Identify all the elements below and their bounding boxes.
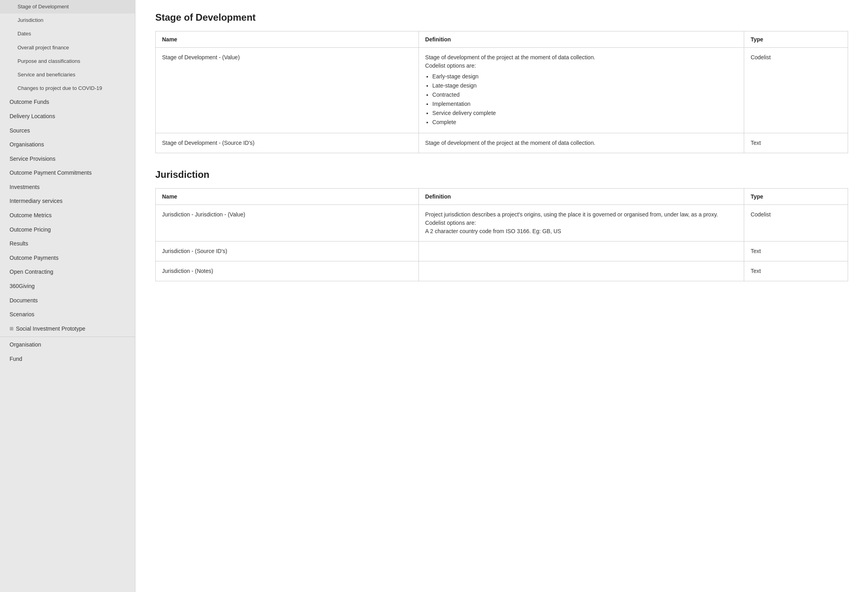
- cell-type: Codelist: [744, 205, 848, 241]
- sidebar-item-outcome-payments[interactable]: Outcome Payments: [0, 251, 135, 265]
- sidebar-item-delivery-locations[interactable]: Delivery Locations: [0, 109, 135, 124]
- sidebar-item-intermediary-services[interactable]: Intermediary services: [0, 194, 135, 208]
- sidebar-item-social-investment-prototype[interactable]: ⊞ Social Investment Prototype: [0, 322, 135, 336]
- cell-definition: [418, 261, 744, 281]
- list-item: Late-stage design: [432, 82, 737, 90]
- sidebar-item-fund[interactable]: Fund: [0, 352, 135, 366]
- sidebar-item-360giving[interactable]: 360Giving: [0, 279, 135, 294]
- sidebar-item-scenarios[interactable]: Scenarios: [0, 308, 135, 322]
- sidebar-item-results[interactable]: Results: [0, 237, 135, 251]
- list-item: Early-stage design: [432, 72, 737, 81]
- sidebar-item-dates[interactable]: Dates: [0, 27, 135, 41]
- stage-of-development-table: Name Definition Type Stage of Developmen…: [155, 31, 848, 153]
- sidebar-item-purpose-and-classifications[interactable]: Purpose and classifications: [0, 55, 135, 68]
- sidebar-item-outcome-metrics[interactable]: Outcome Metrics: [0, 208, 135, 223]
- col-header-type-2: Type: [744, 189, 848, 205]
- cell-name: Jurisdiction - Jurisdiction - (Value): [156, 205, 419, 241]
- section-title-stage: Stage of Development: [155, 12, 848, 23]
- sidebar-item-stage-of-development[interactable]: Stage of Development: [0, 0, 135, 14]
- sidebar-item-service-and-beneficiaries[interactable]: Service and beneficiaries: [0, 68, 135, 82]
- table-row: Jurisdiction - Jurisdiction - (Value) Pr…: [156, 205, 848, 241]
- cell-type: Codelist: [744, 48, 848, 133]
- codelist: Early-stage design Late-stage design Con…: [432, 72, 737, 127]
- cell-name: Jurisdiction - (Source ID's): [156, 241, 419, 261]
- sidebar-item-outcome-payment-commitments[interactable]: Outcome Payment Commitments: [0, 166, 135, 180]
- sidebar-item-service-provisions[interactable]: Service Provisions: [0, 152, 135, 166]
- sidebar-item-organisation[interactable]: Organisation: [0, 338, 135, 352]
- sidebar-item-documents[interactable]: Documents: [0, 294, 135, 308]
- table-row: Jurisdiction - (Notes) Text: [156, 261, 848, 281]
- col-header-name-1: Name: [156, 31, 419, 48]
- col-header-name-2: Name: [156, 189, 419, 205]
- list-item: Implementation: [432, 100, 737, 108]
- sidebar-item-sources[interactable]: Sources: [0, 124, 135, 138]
- main-content: Stage of Development Name Definition Typ…: [135, 0, 868, 592]
- sidebar-item-jurisdiction[interactable]: Jurisdiction: [0, 14, 135, 27]
- sidebar-item-open-contracting[interactable]: Open Contracting: [0, 265, 135, 279]
- cell-definition: Project jurisdiction describes a project…: [418, 205, 744, 241]
- sidebar-divider: [0, 337, 135, 337]
- sidebar-item-covid[interactable]: Changes to project due to COVID-19: [0, 82, 135, 95]
- section-title-jurisdiction: Jurisdiction: [155, 169, 848, 180]
- cell-name: Stage of Development - (Value): [156, 48, 419, 133]
- sidebar-item-outcome-pricing[interactable]: Outcome Pricing: [0, 223, 135, 237]
- cell-definition: Stage of development of the project at t…: [418, 133, 744, 153]
- cell-definition: [418, 241, 744, 261]
- col-header-type-1: Type: [744, 31, 848, 48]
- table-row: Jurisdiction - (Source ID's) Text: [156, 241, 848, 261]
- cell-type: Text: [744, 261, 848, 281]
- col-header-definition-1: Definition: [418, 31, 744, 48]
- sidebar-item-investments[interactable]: Investments: [0, 180, 135, 195]
- cell-name: Jurisdiction - (Notes): [156, 261, 419, 281]
- sidebar-item-organisations[interactable]: Organisations: [0, 138, 135, 152]
- cell-definition: Stage of development of the project at t…: [418, 48, 744, 133]
- table-row: Stage of Development - (Source ID's) Sta…: [156, 133, 848, 153]
- list-item: Contracted: [432, 91, 737, 99]
- plus-icon: ⊞: [10, 325, 14, 332]
- cell-type: Text: [744, 133, 848, 153]
- sidebar: Stage of Development Jurisdiction Dates …: [0, 0, 135, 592]
- sidebar-item-outcome-funds[interactable]: Outcome Funds: [0, 95, 135, 109]
- list-item: Service delivery complete: [432, 109, 737, 117]
- jurisdiction-table: Name Definition Type Jurisdiction - Juri…: [155, 188, 848, 281]
- sidebar-item-overall-project-finance[interactable]: Overall project finance: [0, 41, 135, 55]
- list-item: Complete: [432, 118, 737, 127]
- table-row: Stage of Development - (Value) Stage of …: [156, 48, 848, 133]
- col-header-definition-2: Definition: [418, 189, 744, 205]
- cell-name: Stage of Development - (Source ID's): [156, 133, 419, 153]
- cell-type: Text: [744, 241, 848, 261]
